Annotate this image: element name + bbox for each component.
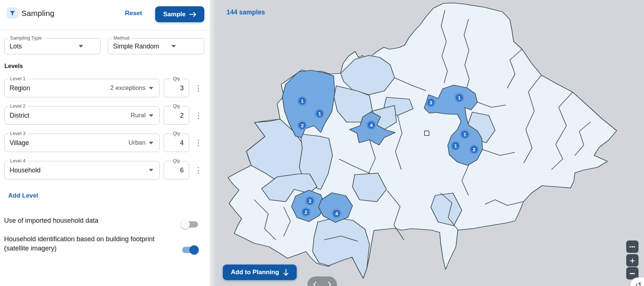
level-3-value: Village (10, 139, 29, 147)
level-1-select[interactable]: Level 1 Region 2 exceptions (4, 79, 160, 97)
svg-text:2: 2 (301, 123, 304, 128)
add-to-planning-label: Add to Planning (231, 269, 279, 276)
level-2-value: District (10, 112, 29, 120)
level-2-qty-input[interactable] (164, 107, 189, 124)
level-2-option-label: Rural (130, 112, 146, 119)
level-row-1: Level 1 Region 2 exceptions Qty ⋮ (0, 79, 210, 97)
svg-text:1: 1 (454, 143, 457, 149)
sample-marker[interactable]: 2 (305, 196, 315, 206)
reset-button[interactable]: Reset (125, 10, 142, 17)
arrow-right-icon (189, 12, 196, 17)
sample-marker[interactable]: 2 (301, 207, 311, 217)
svg-text:1: 1 (463, 132, 466, 137)
samples-count: 144 samples (226, 9, 265, 16)
chevron-down-icon (149, 87, 153, 90)
prev-chevron-icon[interactable] (313, 282, 317, 286)
chevron-down-icon (149, 114, 153, 117)
add-level-button[interactable]: Add Level (8, 192, 38, 199)
sample-marker[interactable]: 4 (332, 209, 341, 218)
method-select[interactable]: Method Simple Random (108, 38, 204, 54)
svg-text:2: 2 (473, 147, 476, 152)
map-more-options-button[interactable]: ••• (626, 240, 638, 253)
imported-household-data-label: Use of imported household data (4, 216, 163, 225)
page-title: Sampling (21, 9, 54, 18)
level-1-exceptions-dropdown[interactable]: 2 exceptions (110, 84, 153, 92)
level-4-qty-field[interactable]: Qty (164, 161, 189, 179)
level-2-label: Level 2 (8, 103, 27, 109)
more-options-icon: ••• (629, 244, 636, 249)
level-1-qty-field[interactable]: Qty (164, 79, 189, 97)
svg-text:1: 1 (458, 95, 461, 101)
level-4-select[interactable]: Level 4 Household (4, 161, 160, 179)
toggle-thumb (181, 220, 190, 229)
level-4-menu-button[interactable]: ⋮ (194, 166, 202, 174)
chevron-down-icon (149, 169, 153, 172)
method-value: Simple Random (113, 43, 159, 50)
level-1-value: Region (10, 84, 30, 92)
header-divider (0, 30, 210, 30)
toggle-thumb (190, 245, 199, 255)
next-chevron-icon[interactable] (328, 282, 331, 286)
sample-marker[interactable]: 2 (469, 145, 479, 154)
chevron-down-icon (149, 142, 153, 144)
svg-text:2: 2 (304, 209, 307, 215)
sampling-type-label: Sampling Type (8, 35, 44, 41)
sample-marker[interactable]: 1 (297, 96, 307, 106)
arrow-down-icon (283, 269, 289, 276)
level-4-label: Level 4 (8, 158, 27, 164)
chevron-down-icon (79, 45, 83, 48)
level-2-select[interactable]: Level 2 District Rural (4, 106, 160, 125)
level-row-4: Level 4 Household Qty ⋮ (0, 161, 210, 179)
level-1-menu-button[interactable]: ⋮ (194, 84, 202, 92)
level-3-qty-field[interactable]: Qty (164, 134, 189, 152)
sample-marker[interactable]: 1 (454, 93, 464, 102)
sample-marker[interactable]: 3 (426, 98, 436, 107)
sampling-type-select[interactable]: Sampling Type Lots (4, 38, 100, 54)
level-4-dropdown[interactable] (149, 169, 153, 172)
level-row-2: Level 2 District Rural Qty ⋮ (0, 106, 210, 125)
svg-text:4: 4 (370, 122, 373, 128)
svg-text:4: 4 (335, 211, 338, 216)
svg-text:1: 1 (301, 98, 304, 104)
level-1-option-label: 2 exceptions (110, 84, 146, 92)
sample-marker[interactable]: 1 (315, 109, 324, 118)
level-row-3: Level 3 Village Urban Qty ⋮ (0, 134, 210, 152)
filter-icon (7, 7, 18, 19)
level-3-menu-button[interactable]: ⋮ (194, 139, 202, 147)
svg-text:3: 3 (429, 100, 432, 105)
levels-heading: Levels (4, 63, 23, 70)
sample-marker[interactable]: 2 (297, 121, 307, 130)
sampling-app: Sampling Reset Sample Sampling Type Lots… (0, 0, 644, 286)
level-4-qty-input[interactable] (164, 161, 189, 179)
household-identification-label: Household identification based on buildi… (4, 235, 167, 253)
method-label: Method (112, 35, 131, 41)
level-3-area-dropdown[interactable]: Urban (129, 139, 153, 147)
level-2-menu-button[interactable]: ⋮ (194, 112, 202, 119)
level-3-qty-input[interactable] (164, 134, 189, 152)
map-pager (307, 276, 337, 286)
level-2-area-dropdown[interactable]: Rural (130, 112, 153, 119)
add-to-planning-button[interactable]: Add to Planning (223, 265, 297, 280)
level-1-label: Level 1 (8, 76, 27, 81)
chevron-down-icon (171, 45, 176, 48)
svg-text:1: 1 (318, 111, 321, 117)
imported-household-data-toggle[interactable] (181, 220, 199, 229)
household-identification-toggle[interactable] (181, 245, 199, 255)
level-1-qty-input[interactable] (164, 79, 189, 97)
burkina-faso-map[interactable]: 112431112224 (210, 0, 644, 286)
svg-text:2: 2 (309, 198, 311, 204)
capital-square (425, 131, 429, 135)
sample-marker[interactable]: 1 (460, 129, 470, 139)
level-2-qty-field[interactable]: Qty (164, 106, 189, 125)
sample-marker[interactable]: 4 (367, 120, 376, 130)
level-3-label: Level 3 (8, 131, 27, 136)
sample-button[interactable]: Sample (155, 6, 204, 22)
level-3-option-label: Urban (129, 139, 146, 147)
level-3-select[interactable]: Level 3 Village Urban (4, 134, 160, 152)
zoom-in-button[interactable]: + (626, 254, 638, 266)
sampling-panel: Sampling Reset Sample Sampling Type Lots… (0, 0, 210, 286)
reset-view-icon: ↺ (636, 281, 641, 286)
level-4-value: Household (10, 166, 41, 174)
sample-button-label: Sample (163, 11, 185, 18)
sample-marker[interactable]: 1 (451, 141, 460, 151)
